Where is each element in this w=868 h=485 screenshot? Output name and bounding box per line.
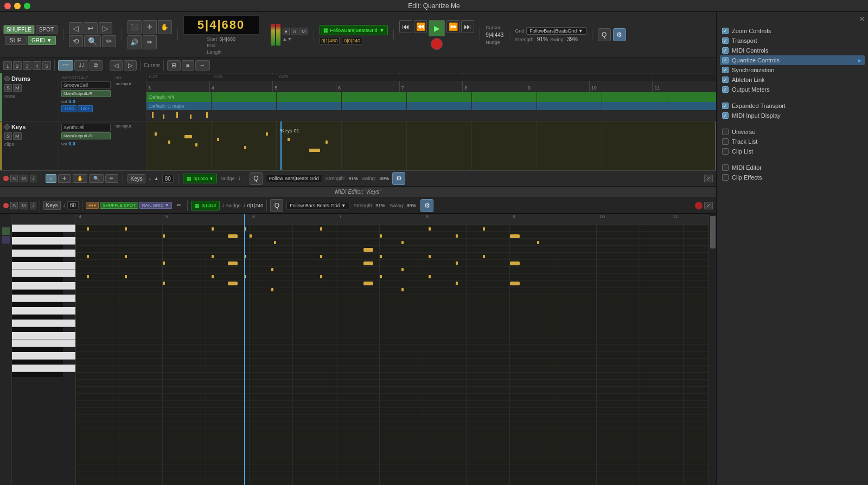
universe-checkbox[interactable] bbox=[722, 129, 729, 135]
piano-key-b2[interactable] bbox=[12, 372, 63, 377]
quantize-controls-checkbox[interactable] bbox=[722, 57, 729, 63]
panel-clip-list[interactable]: Clip List bbox=[720, 146, 865, 156]
midi-s-btn[interactable]: S bbox=[10, 175, 18, 182]
ableton-link-checkbox[interactable] bbox=[722, 76, 729, 83]
piano-key-db3[interactable] bbox=[12, 360, 63, 365]
note-view-button[interactable]: ♩♩ bbox=[74, 60, 88, 71]
midi-grid-display[interactable]: ▦ 0|1|000 ▼ bbox=[183, 174, 218, 183]
drums-solo[interactable]: M bbox=[13, 84, 22, 92]
midi-expand-button[interactable]: ⤢ bbox=[704, 175, 713, 182]
piano-m-btn[interactable] bbox=[2, 227, 10, 235]
main-counter[interactable]: 5|4|680 bbox=[183, 15, 259, 35]
synth-cell-plugin[interactable]: SynthCell bbox=[61, 124, 111, 131]
record-button[interactable] bbox=[431, 38, 443, 50]
piano-key-e4[interactable] bbox=[12, 270, 75, 277]
keys-solo[interactable]: M bbox=[13, 132, 22, 140]
panel-clip-effects[interactable]: Clip Effects bbox=[720, 173, 865, 182]
grid-snap-button[interactable]: ≡ bbox=[182, 60, 194, 71]
lower-pencil-tool[interactable]: ✏ bbox=[174, 201, 184, 209]
lower-q-button[interactable]: Q bbox=[270, 199, 283, 212]
number-3[interactable]: 3 bbox=[23, 61, 31, 70]
midi-m-btn[interactable]: M bbox=[20, 175, 28, 182]
play-button[interactable]: ▶ bbox=[429, 20, 445, 36]
mute-in-button[interactable]: ● bbox=[283, 28, 290, 35]
zoom-button[interactable]: 🔍 bbox=[84, 35, 101, 47]
drums-output[interactable]: MainOutputL/R bbox=[61, 90, 111, 97]
clip-list-checkbox[interactable] bbox=[722, 148, 729, 155]
piano-key-c5[interactable] bbox=[12, 225, 75, 232]
panel-universe[interactable]: Universe bbox=[720, 127, 865, 137]
panel-transport[interactable]: Transport bbox=[720, 36, 865, 46]
gear-button[interactable]: ⚙ bbox=[613, 28, 626, 41]
lower-loop-indicator[interactable]: SHUFFLE SPOT bbox=[100, 202, 138, 209]
panel-zoom-controls[interactable]: Zoom Controls bbox=[720, 26, 865, 36]
piano-key-b4[interactable] bbox=[12, 232, 63, 237]
keys-output[interactable]: MainOutputL/R bbox=[61, 132, 111, 139]
trim-tool[interactable]: ⬛ bbox=[127, 20, 142, 34]
midi-grid-follow[interactable]: Follow Bars|Beats Grid bbox=[266, 175, 322, 182]
instrument-selector[interactable]: Keys bbox=[127, 174, 145, 183]
right-scrollbar-thumb[interactable] bbox=[710, 216, 716, 248]
lower-grid-display[interactable]: ▦ 0|1|320 bbox=[191, 201, 220, 210]
dual-view-button[interactable]: ⧉ bbox=[90, 60, 103, 71]
fast-forward-button[interactable]: ⏩ bbox=[446, 20, 459, 33]
track-list-checkbox[interactable] bbox=[722, 138, 729, 145]
minimize-button[interactable] bbox=[14, 3, 21, 9]
pan-left[interactable]: +100 bbox=[61, 105, 76, 112]
sync-checkbox[interactable] bbox=[722, 67, 729, 73]
lower-rec-dot[interactable] bbox=[3, 203, 9, 208]
grid-button[interactable]: GRID ▼ bbox=[28, 36, 56, 45]
piano-key-f3[interactable] bbox=[12, 332, 75, 340]
number-2[interactable]: 2 bbox=[13, 61, 22, 70]
piano-key-ab4[interactable] bbox=[12, 245, 63, 250]
q-button[interactable]: Q bbox=[598, 28, 611, 41]
panel-track-list[interactable]: Track List bbox=[720, 137, 865, 146]
midi-tool-3[interactable]: ✋ bbox=[73, 174, 87, 183]
grab-tool[interactable]: ✋ bbox=[158, 20, 172, 34]
speaker-tool[interactable]: 🔊 bbox=[127, 35, 142, 49]
piano-key-a4[interactable] bbox=[12, 237, 75, 245]
midi-zoom-btn[interactable]: 🔍 bbox=[89, 174, 104, 183]
piano-key-d4[interactable] bbox=[12, 282, 75, 290]
grid-value-display[interactable]: FollowBars|BeatsGrid ▼ bbox=[526, 27, 586, 35]
panel-synchronization[interactable]: Synchronization bbox=[720, 65, 865, 75]
close-button[interactable] bbox=[4, 3, 11, 9]
lower-instrument-selector[interactable]: Keys bbox=[43, 201, 61, 210]
maximize-button[interactable] bbox=[24, 3, 30, 9]
snap-button[interactable]: ⊞ bbox=[167, 60, 181, 71]
keys-power[interactable] bbox=[4, 124, 10, 130]
groove-cell-plugin[interactable]: GrooveCell bbox=[61, 81, 111, 89]
nav-right-button[interactable]: ▷ bbox=[99, 22, 112, 34]
number-1[interactable]: 1 bbox=[3, 61, 12, 70]
drums-power[interactable] bbox=[4, 76, 10, 81]
shuffle-button[interactable]: SHUFFLE bbox=[3, 25, 35, 34]
piano-key-g3[interactable] bbox=[12, 327, 63, 332]
auto-scroll-button[interactable]: ↔ bbox=[195, 60, 210, 71]
drums-mute[interactable]: S bbox=[4, 84, 12, 92]
lower-s-btn[interactable]: S bbox=[10, 202, 18, 209]
panel-quantize-controls[interactable]: Quantize Controls ► bbox=[720, 55, 865, 65]
pencil-tool[interactable]: ✏ bbox=[143, 35, 157, 49]
rewind-button[interactable]: ↩ bbox=[84, 22, 98, 34]
panel-midi-editor[interactable]: MIDI Editor bbox=[720, 163, 865, 173]
select-tool[interactable]: ✛ bbox=[143, 20, 157, 34]
zoom-out-button[interactable]: ◁ bbox=[110, 60, 123, 71]
go-to-end-button[interactable]: ⏭ bbox=[461, 20, 474, 33]
piano-key-d3[interactable] bbox=[12, 352, 75, 360]
lower-bpm-value[interactable]: 80 bbox=[67, 201, 79, 209]
panel-midi-input-display[interactable]: MIDI Input Display bbox=[720, 111, 865, 120]
rewind-transport-button[interactable]: ⏪ bbox=[414, 20, 427, 33]
pan-right[interactable]: 100+ bbox=[78, 105, 93, 112]
return-to-zero-button[interactable]: ⏮ bbox=[399, 20, 412, 33]
piano-o-btn[interactable] bbox=[2, 236, 10, 244]
solo-in-button[interactable]: S bbox=[291, 28, 298, 35]
midi-rec-dot[interactable] bbox=[3, 176, 9, 181]
lower-rail-indicator[interactable]: RAIL GRID ▼ bbox=[139, 202, 172, 209]
piano-key-gb4[interactable] bbox=[12, 257, 63, 262]
clip-effects-checkbox[interactable] bbox=[722, 174, 729, 181]
midi-note-btn[interactable]: ♩ bbox=[30, 175, 36, 182]
rec-in-button[interactable]: M bbox=[299, 28, 308, 35]
piano-key-b3[interactable] bbox=[12, 302, 63, 307]
keys-mute[interactable]: S bbox=[4, 132, 12, 140]
lower-gear-button[interactable]: ⚙ bbox=[420, 199, 433, 212]
